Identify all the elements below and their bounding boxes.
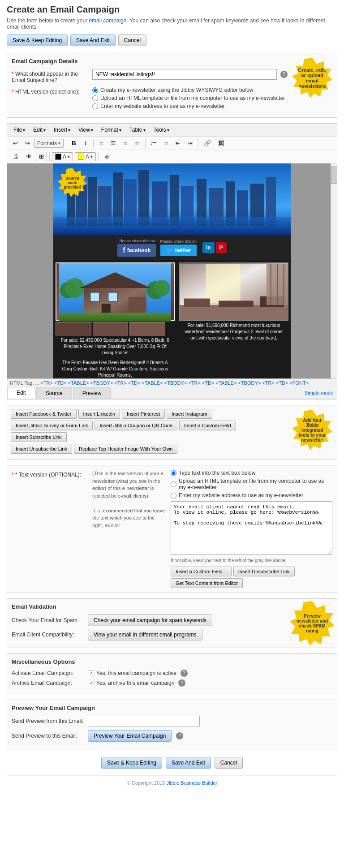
activate-checkbox[interactable]: ✓ <box>88 670 94 676</box>
preview-email-section: Preview Your Email Campaign Send Preview… <box>7 700 337 750</box>
html-tag-font[interactable]: <FONT> <box>289 380 309 386</box>
html-option-2[interactable]: Upload an HTML template or file from my … <box>92 95 288 101</box>
image-button[interactable]: 🖼 <box>215 138 227 148</box>
menu-edit[interactable]: Edit <box>30 125 49 134</box>
listing-thumbnails <box>56 322 175 335</box>
menu-insert[interactable]: Insert <box>50 125 74 134</box>
thumb-3 <box>129 322 165 335</box>
insert-instagram-button[interactable]: Insert Instagram <box>167 409 212 419</box>
cancel-button-top[interactable]: Cancel <box>118 34 146 46</box>
insert-pinterest-button[interactable]: Insert Pinterest <box>122 409 165 419</box>
html-tag-table1[interactable]: <TABLE> <box>68 380 89 386</box>
print-button[interactable]: 🖨 <box>10 152 22 161</box>
simple-mode-link[interactable]: Simple mode <box>301 388 337 398</box>
link-button[interactable]: 🔗 <box>201 138 214 148</box>
svg-point-25 <box>154 280 170 296</box>
get-text-content-button[interactable]: Get Text Content from Editor <box>171 578 243 588</box>
italic-button[interactable]: I <box>80 138 91 148</box>
html-tag-td4[interactable]: <TD> <box>276 380 288 386</box>
activate-value: ✓ Yes, this email campaign is active ? <box>88 670 188 677</box>
font-color-button[interactable]: A ▾ <box>52 152 73 161</box>
editor-content[interactable]: Source code provided Please share this o… <box>7 163 337 378</box>
save-keep-editing-button-top[interactable]: Save & Keep Editing <box>7 34 68 46</box>
replace-header-image-button[interactable]: Replace Top Header Image With Your Own <box>74 444 178 454</box>
tab-edit[interactable]: Edit <box>7 387 35 399</box>
insert-unsubscribe-text-button[interactable]: Insert Unsubscribe Link <box>233 567 295 576</box>
text-radio-1[interactable]: Type text into the text box below <box>171 470 332 476</box>
archive-checkbox[interactable]: ✓ <box>88 680 94 686</box>
tab-source[interactable]: Source <box>36 387 72 399</box>
archive-help-icon[interactable]: ? <box>178 679 185 687</box>
preview-help-icon[interactable]: ? <box>176 732 183 739</box>
bold-button[interactable]: B <box>69 138 79 148</box>
html-tag-td1[interactable]: <TD> <box>54 380 67 386</box>
house-image <box>56 263 174 322</box>
menu-view[interactable]: View <box>75 125 97 134</box>
html-option-3[interactable]: Enter my website address to use as my e-… <box>92 103 288 109</box>
html-tag-tbody1[interactable]: <TBODY> <box>90 380 113 386</box>
align-left-button[interactable]: ≡ <box>96 138 107 148</box>
undo-button[interactable]: ↩ <box>10 138 21 148</box>
html-tag-table2[interactable]: <TABLE> <box>142 380 163 386</box>
align-center-button[interactable]: ☰ <box>108 138 119 148</box>
text-radio-3[interactable]: Enter my website address to use as my e-… <box>171 492 332 498</box>
separator-6 <box>98 152 99 161</box>
html-tag-table3[interactable]: <TABLE> <box>215 380 236 386</box>
table-button[interactable]: ⊞ <box>36 152 47 161</box>
view-email-programs-button[interactable]: View your email in different email progr… <box>88 629 202 640</box>
thumb-1 <box>56 322 91 335</box>
menu-table[interactable]: Table <box>126 125 149 134</box>
activate-help-icon[interactable]: ? <box>181 670 188 677</box>
html-tag-tbody3[interactable]: <TBODY> <box>238 380 261 386</box>
menu-format[interactable]: Format <box>98 125 125 134</box>
insert-subscribe-button[interactable]: Insert Subscribe Link <box>11 432 67 442</box>
html-tag-tr2[interactable]: <TR> <box>114 380 127 386</box>
html-tag-tr3[interactable]: <TR> <box>188 380 201 386</box>
align-right-button[interactable]: ≡ <box>120 138 131 148</box>
check-spam-button[interactable]: Check your email campaign for spam keywo… <box>88 614 212 626</box>
html-tag-tr4[interactable]: <TR> <box>262 380 275 386</box>
save-keep-editing-button-bottom[interactable]: Save & Keep Editing <box>101 757 162 769</box>
emoji-button[interactable]: ☺ <box>101 152 113 161</box>
listing-right: For sale: $1,698,000 Richmond most luxur… <box>177 260 291 378</box>
html-tag-td3[interactable]: <TD> <box>202 380 215 386</box>
preview-toggle-button[interactable]: 👁 <box>23 152 35 161</box>
formats-dropdown[interactable]: Formats <box>34 139 64 148</box>
subject-help-icon[interactable]: ? <box>280 71 288 78</box>
insert-linkedin-button[interactable]: Insert Linkedin <box>78 409 120 419</box>
insert-coupon-button[interactable]: Insert Jibbio Coupon or QR Code <box>95 421 177 430</box>
save-and-exit-button-bottom[interactable]: Save And Exit <box>166 757 211 769</box>
menu-tools[interactable]: Tools <box>150 125 173 134</box>
justify-button[interactable]: ≣ <box>132 138 143 148</box>
html-option-1[interactable]: Create my e-newsletter using the Jibbio … <box>92 87 288 93</box>
text-radio-2[interactable]: Upload an HTML template or file from my … <box>171 478 332 490</box>
text-version-textarea[interactable]: Your email client cannot read this email… <box>171 501 332 555</box>
cancel-button-bottom[interactable]: Cancel <box>215 757 243 769</box>
bg-color-button[interactable]: A ▾ <box>75 152 96 161</box>
footer-link[interactable]: Jibbio Business Builder <box>167 780 218 786</box>
indent-button[interactable]: ⇥ <box>185 138 196 148</box>
html-tag-tr1[interactable]: <TR> <box>40 380 53 386</box>
insert-survey-button[interactable]: Insert Jibbio Survey or Form Link <box>11 421 93 430</box>
insert-facebook-twitter-button[interactable]: Insert Facebook & Twitter <box>11 409 77 419</box>
subject-input[interactable] <box>92 69 277 80</box>
menu-file[interactable]: File <box>10 125 29 134</box>
save-and-exit-button-top[interactable]: Save And Exit <box>70 34 116 46</box>
html-tag-tbody2[interactable]: <TBODY> <box>164 380 187 386</box>
font-color-swatch <box>55 154 61 160</box>
send-from-input[interactable] <box>88 716 200 726</box>
facebook-share: f facebook <box>117 244 156 257</box>
insert-custom-field-text-button[interactable]: Insert a Custom Field... <box>171 567 232 576</box>
preview-email-button[interactable]: Preview Your Email Campaign <box>88 730 172 742</box>
redo-button[interactable]: ↪ <box>22 138 33 148</box>
text-version-description: (This is the text version of your e-news… <box>92 470 166 588</box>
outdent-button[interactable]: ⇤ <box>172 138 184 148</box>
activate-text: Yes, this email campaign is active <box>96 670 176 676</box>
unordered-list-button[interactable]: ≔ <box>148 138 160 148</box>
bg-color-swatch <box>78 154 84 160</box>
insert-unsubscribe-button[interactable]: Insert Unsubscribe Link <box>11 444 72 454</box>
html-tag-td2[interactable]: <TD> <box>128 380 141 386</box>
tab-preview[interactable]: Preview <box>73 387 111 399</box>
ordered-list-button[interactable]: ≡ <box>161 138 172 148</box>
insert-custom-field-button[interactable]: Insert a Custom Field <box>179 421 236 430</box>
